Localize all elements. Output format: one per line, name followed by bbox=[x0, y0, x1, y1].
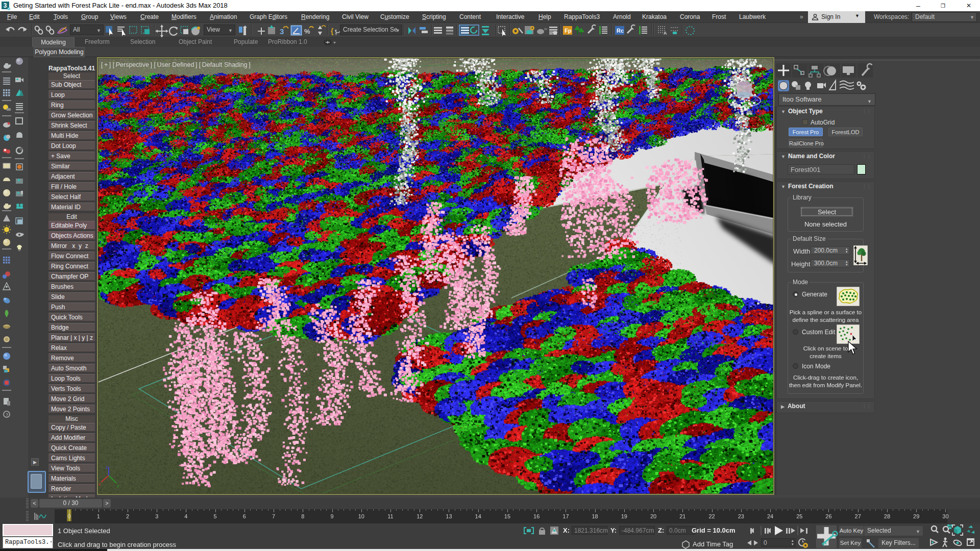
svg-text:3: 3 bbox=[4, 2, 7, 9]
